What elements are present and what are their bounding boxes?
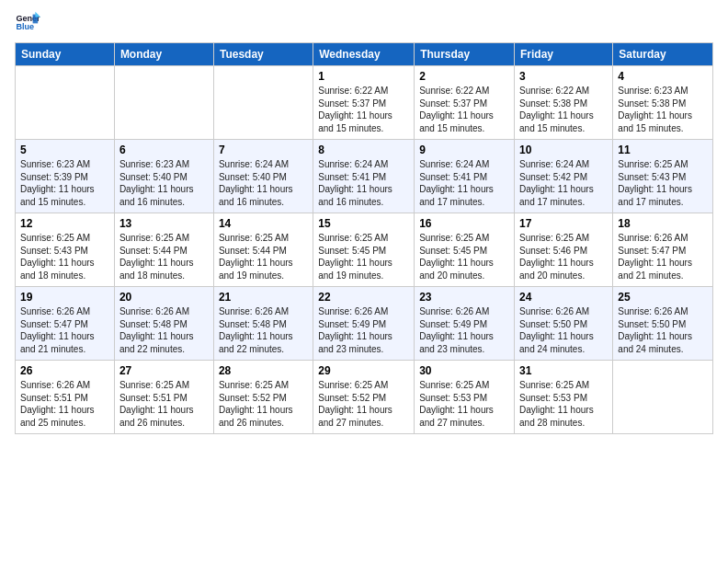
day-number: 28 (219, 364, 308, 377)
calendar-cell: 22Sunrise: 6:26 AMSunset: 5:49 PMDayligh… (313, 287, 415, 361)
calendar-cell: 16Sunrise: 6:25 AMSunset: 5:45 PMDayligh… (415, 213, 515, 287)
calendar-cell: 19Sunrise: 6:26 AMSunset: 5:47 PMDayligh… (16, 287, 115, 361)
calendar-cell: 11Sunrise: 6:25 AMSunset: 5:43 PMDayligh… (613, 140, 713, 213)
calendar-cell: 26Sunrise: 6:26 AMSunset: 5:51 PMDayligh… (16, 361, 115, 434)
day-info: Sunrise: 6:26 AMSunset: 5:47 PMDaylight:… (618, 232, 708, 282)
day-number: 10 (519, 144, 608, 156)
day-info: Sunrise: 6:25 AMSunset: 5:44 PMDaylight:… (119, 232, 209, 282)
day-number: 11 (618, 144, 708, 156)
day-info: Sunrise: 6:26 AMSunset: 5:49 PMDaylight:… (419, 305, 509, 355)
day-number: 29 (318, 364, 409, 377)
day-info: Sunrise: 6:26 AMSunset: 5:48 PMDaylight:… (119, 305, 209, 355)
calendar-cell: 25Sunrise: 6:26 AMSunset: 5:50 PMDayligh… (613, 287, 713, 361)
day-number: 22 (318, 291, 409, 304)
calendar-cell: 10Sunrise: 6:24 AMSunset: 5:42 PMDayligh… (515, 140, 613, 213)
day-info: Sunrise: 6:26 AMSunset: 5:50 PMDaylight:… (519, 305, 608, 355)
day-info: Sunrise: 6:25 AMSunset: 5:51 PMDaylight:… (119, 379, 209, 429)
calendar-week-row: 19Sunrise: 6:26 AMSunset: 5:47 PMDayligh… (16, 287, 713, 361)
day-number: 4 (618, 70, 708, 83)
day-number: 24 (519, 291, 608, 304)
day-info: Sunrise: 6:23 AMSunset: 5:39 PMDaylight:… (20, 158, 109, 208)
calendar-dow-friday: Friday (515, 43, 613, 66)
day-number: 18 (618, 217, 708, 230)
calendar-cell: 29Sunrise: 6:25 AMSunset: 5:52 PMDayligh… (313, 361, 415, 434)
day-number: 1 (318, 70, 409, 83)
day-info: Sunrise: 6:26 AMSunset: 5:47 PMDaylight:… (20, 305, 109, 355)
calendar-cell: 4Sunrise: 6:23 AMSunset: 5:38 PMDaylight… (613, 66, 713, 140)
calendar-cell: 20Sunrise: 6:26 AMSunset: 5:48 PMDayligh… (114, 287, 213, 361)
day-number: 26 (20, 364, 109, 377)
calendar-cell: 24Sunrise: 6:26 AMSunset: 5:50 PMDayligh… (515, 287, 613, 361)
logo: General Blue (15, 9, 40, 35)
calendar-cell (16, 66, 115, 140)
calendar-cell (114, 66, 213, 140)
calendar-cell: 13Sunrise: 6:25 AMSunset: 5:44 PMDayligh… (114, 213, 213, 287)
day-number: 9 (419, 144, 509, 156)
day-info: Sunrise: 6:26 AMSunset: 5:51 PMDaylight:… (20, 379, 109, 429)
calendar-dow-tuesday: Tuesday (213, 43, 313, 66)
page: General Blue SundayMondayTuesdayWednesda… (0, 0, 728, 563)
day-info: Sunrise: 6:22 AMSunset: 5:37 PMDaylight:… (419, 85, 509, 134)
day-info: Sunrise: 6:24 AMSunset: 5:40 PMDaylight:… (219, 158, 308, 208)
day-info: Sunrise: 6:25 AMSunset: 5:43 PMDaylight:… (618, 158, 708, 208)
calendar-table: SundayMondayTuesdayWednesdayThursdayFrid… (15, 42, 713, 434)
calendar-dow-monday: Monday (114, 43, 213, 66)
calendar-cell: 7Sunrise: 6:24 AMSunset: 5:40 PMDaylight… (213, 140, 313, 213)
day-number: 7 (219, 144, 308, 156)
calendar-cell: 6Sunrise: 6:23 AMSunset: 5:40 PMDaylight… (114, 140, 213, 213)
day-number: 19 (20, 291, 109, 304)
day-info: Sunrise: 6:24 AMSunset: 5:41 PMDaylight:… (318, 158, 409, 208)
calendar-week-row: 5Sunrise: 6:23 AMSunset: 5:39 PMDaylight… (16, 140, 713, 213)
day-number: 12 (20, 217, 109, 230)
day-info: Sunrise: 6:24 AMSunset: 5:42 PMDaylight:… (519, 158, 608, 208)
calendar-cell: 23Sunrise: 6:26 AMSunset: 5:49 PMDayligh… (415, 287, 515, 361)
calendar-cell: 3Sunrise: 6:22 AMSunset: 5:38 PMDaylight… (515, 66, 613, 140)
day-number: 17 (519, 217, 608, 230)
day-number: 31 (519, 364, 608, 377)
header: General Blue (15, 9, 713, 35)
day-number: 15 (318, 217, 409, 230)
calendar-dow-saturday: Saturday (613, 43, 713, 66)
calendar-header-row: SundayMondayTuesdayWednesdayThursdayFrid… (16, 43, 713, 66)
day-info: Sunrise: 6:24 AMSunset: 5:41 PMDaylight:… (419, 158, 509, 208)
day-number: 6 (119, 144, 209, 156)
calendar-cell: 17Sunrise: 6:25 AMSunset: 5:46 PMDayligh… (515, 213, 613, 287)
calendar-dow-thursday: Thursday (415, 43, 515, 66)
day-info: Sunrise: 6:25 AMSunset: 5:45 PMDaylight:… (419, 232, 509, 282)
day-number: 2 (419, 70, 509, 83)
calendar-week-row: 12Sunrise: 6:25 AMSunset: 5:43 PMDayligh… (16, 213, 713, 287)
calendar-cell: 1Sunrise: 6:22 AMSunset: 5:37 PMDaylight… (313, 66, 415, 140)
calendar-cell: 2Sunrise: 6:22 AMSunset: 5:37 PMDaylight… (415, 66, 515, 140)
calendar-cell: 9Sunrise: 6:24 AMSunset: 5:41 PMDaylight… (415, 140, 515, 213)
calendar-cell: 15Sunrise: 6:25 AMSunset: 5:45 PMDayligh… (313, 213, 415, 287)
day-number: 23 (419, 291, 509, 304)
calendar-dow-wednesday: Wednesday (313, 43, 415, 66)
calendar-cell: 8Sunrise: 6:24 AMSunset: 5:41 PMDaylight… (313, 140, 415, 213)
calendar-week-row: 1Sunrise: 6:22 AMSunset: 5:37 PMDaylight… (16, 66, 713, 140)
calendar-week-row: 26Sunrise: 6:26 AMSunset: 5:51 PMDayligh… (16, 361, 713, 434)
calendar-cell: 27Sunrise: 6:25 AMSunset: 5:51 PMDayligh… (114, 361, 213, 434)
calendar-cell: 28Sunrise: 6:25 AMSunset: 5:52 PMDayligh… (213, 361, 313, 434)
day-info: Sunrise: 6:25 AMSunset: 5:53 PMDaylight:… (519, 379, 608, 429)
day-info: Sunrise: 6:23 AMSunset: 5:40 PMDaylight:… (119, 158, 209, 208)
day-number: 16 (419, 217, 509, 230)
logo-icon: General Blue (15, 9, 40, 35)
calendar-dow-sunday: Sunday (16, 43, 115, 66)
day-number: 14 (219, 217, 308, 230)
day-info: Sunrise: 6:25 AMSunset: 5:43 PMDaylight:… (20, 232, 109, 282)
svg-text:Blue: Blue (16, 22, 34, 31)
day-number: 21 (219, 291, 308, 304)
day-number: 5 (20, 144, 109, 156)
day-info: Sunrise: 6:25 AMSunset: 5:44 PMDaylight:… (219, 232, 308, 282)
calendar-cell: 5Sunrise: 6:23 AMSunset: 5:39 PMDaylight… (16, 140, 115, 213)
calendar-cell: 12Sunrise: 6:25 AMSunset: 5:43 PMDayligh… (16, 213, 115, 287)
day-number: 20 (119, 291, 209, 304)
day-info: Sunrise: 6:25 AMSunset: 5:45 PMDaylight:… (318, 232, 409, 282)
day-info: Sunrise: 6:26 AMSunset: 5:48 PMDaylight:… (219, 305, 308, 355)
calendar-cell: 18Sunrise: 6:26 AMSunset: 5:47 PMDayligh… (613, 213, 713, 287)
day-number: 27 (119, 364, 209, 377)
calendar-cell: 30Sunrise: 6:25 AMSunset: 5:53 PMDayligh… (415, 361, 515, 434)
calendar-cell (613, 361, 713, 434)
day-number: 13 (119, 217, 209, 230)
calendar-cell: 14Sunrise: 6:25 AMSunset: 5:44 PMDayligh… (213, 213, 313, 287)
